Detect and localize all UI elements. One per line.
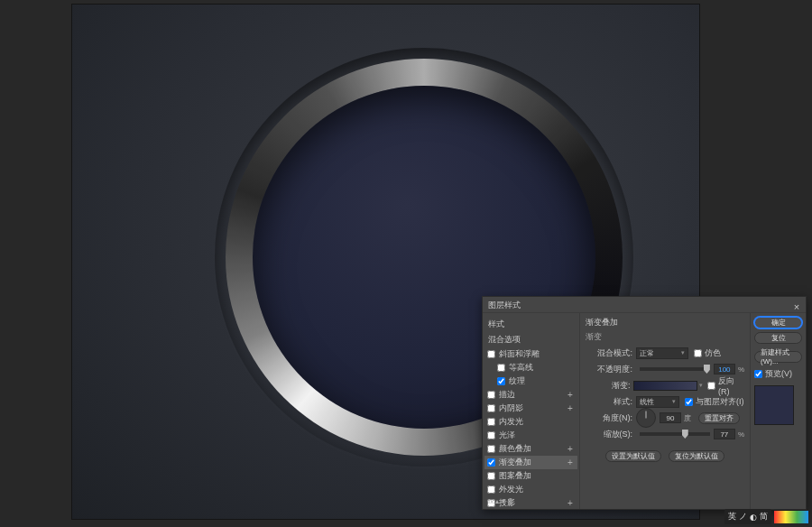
effect-color-overlay[interactable]: 颜色叠加+ (484, 442, 577, 456)
new-style-button[interactable]: 新建样式(W)... (754, 351, 802, 363)
dither-checkbox[interactable] (694, 349, 702, 357)
checkbox[interactable] (487, 418, 495, 426)
effect-inner-glow[interactable]: 内发光 (484, 415, 577, 429)
reset-default-button[interactable]: 复位为默认值 (669, 450, 724, 462)
checkbox[interactable] (497, 364, 505, 372)
effect-inner-shadow[interactable]: 内阴影+ (484, 402, 577, 415)
opacity-slider[interactable] (640, 367, 710, 371)
taskbar: 英 ノ ◐ 简 (724, 509, 808, 524)
plus-icon[interactable]: + (566, 403, 575, 413)
preview-swatch (754, 385, 794, 425)
plus-icon[interactable]: + (566, 444, 575, 454)
scale-input[interactable] (714, 429, 735, 439)
reset-align-button[interactable]: 重置对齐 (698, 412, 740, 424)
style-dropdown[interactable]: 线性▾ (636, 396, 679, 408)
chevron-down-icon: ▾ (681, 349, 685, 356)
layer-style-dialog: 图层样式 × 样式 混合选项 斜面和浮雕 等高线 纹理 描边+ 内阴影+ 内发光… (482, 296, 807, 510)
cancel-button[interactable]: 复位 (754, 332, 802, 344)
checkbox[interactable] (487, 391, 495, 399)
section-title: 渐变叠加 (586, 317, 744, 328)
effects-list: 样式 混合选项 斜面和浮雕 等高线 纹理 描边+ 内阴影+ 内发光 光泽 颜色叠… (483, 313, 580, 509)
checkbox[interactable] (487, 350, 495, 358)
checkbox[interactable] (487, 445, 495, 453)
blend-mode-dropdown[interactable]: 正常▾ (636, 347, 688, 359)
moon-icon: ◐ (750, 513, 757, 522)
make-default-button[interactable]: 设置为默认值 (605, 450, 661, 462)
blend-mode-label: 混合模式: (586, 347, 632, 359)
chevron-down-icon[interactable]: ▾ (699, 382, 703, 389)
gradient-label: 渐变: (586, 380, 630, 392)
effect-texture[interactable]: 纹理 (484, 374, 577, 388)
ime-indicator[interactable]: 英 ノ ◐ 简 (724, 509, 771, 524)
effect-pattern-overlay[interactable]: 图案叠加 (484, 469, 577, 483)
opacity-input[interactable] (714, 364, 735, 374)
effect-stroke[interactable]: 描边+ (484, 388, 577, 402)
plus-icon[interactable]: + (566, 390, 575, 400)
effect-contour[interactable]: 等高线 (484, 361, 577, 374)
ok-button[interactable]: 确定 (754, 317, 802, 328)
opacity-label: 不透明度: (586, 364, 632, 375)
checkbox[interactable] (487, 485, 495, 494)
action-column: 确定 复位 新建样式(W)... 预览(V) (750, 313, 806, 509)
checkbox[interactable] (487, 404, 495, 412)
blend-options-header[interactable]: 混合选项 (484, 332, 577, 347)
align-checkbox[interactable] (685, 398, 693, 406)
dither-label: 仿色 (705, 347, 721, 359)
settings-panel: 渐变叠加 渐变 混合模式: 正常▾ 仿色 不透明度: % 渐变: ▾ 反向(R) (580, 313, 750, 509)
plus-icon[interactable]: + (566, 498, 575, 508)
close-icon[interactable]: × (792, 299, 801, 308)
angle-wheel[interactable] (636, 408, 656, 428)
checkbox[interactable] (487, 472, 495, 480)
checkbox[interactable] (487, 458, 495, 467)
effect-outer-glow[interactable]: 外发光 (484, 483, 577, 496)
fx-footer[interactable]: fx ▴ ▾ 🗑 (488, 497, 514, 505)
style-label: 样式: (586, 396, 632, 408)
angle-label: 角度(N): (586, 412, 632, 424)
styles-header[interactable]: 样式 (484, 317, 577, 332)
dialog-title-bar[interactable]: 图层样式 × (483, 297, 806, 313)
effect-satin[interactable]: 光泽 (484, 429, 577, 442)
effect-gradient-overlay[interactable]: 渐变叠加+ (484, 456, 577, 469)
gradient-swatch[interactable] (633, 381, 697, 391)
angle-input[interactable] (660, 412, 681, 423)
scale-label: 缩放(S): (586, 429, 632, 440)
scale-slider[interactable] (640, 432, 710, 436)
reverse-label: 反向(R) (718, 375, 744, 396)
checkbox[interactable] (497, 377, 505, 385)
chevron-down-icon: ▾ (672, 398, 676, 405)
checkbox[interactable] (487, 431, 495, 439)
plus-icon[interactable]: + (566, 458, 575, 467)
preview-checkbox[interactable] (754, 370, 762, 378)
preview-label: 预览(V) (765, 368, 792, 380)
reverse-checkbox[interactable] (707, 382, 715, 390)
subsection-title: 渐变 (586, 331, 744, 343)
dialog-title: 图层样式 (488, 300, 521, 310)
effect-bevel[interactable]: 斜面和浮雕 (484, 347, 577, 361)
color-swatch-bar[interactable] (774, 511, 808, 523)
align-label: 与图层对齐(I) (696, 396, 744, 408)
